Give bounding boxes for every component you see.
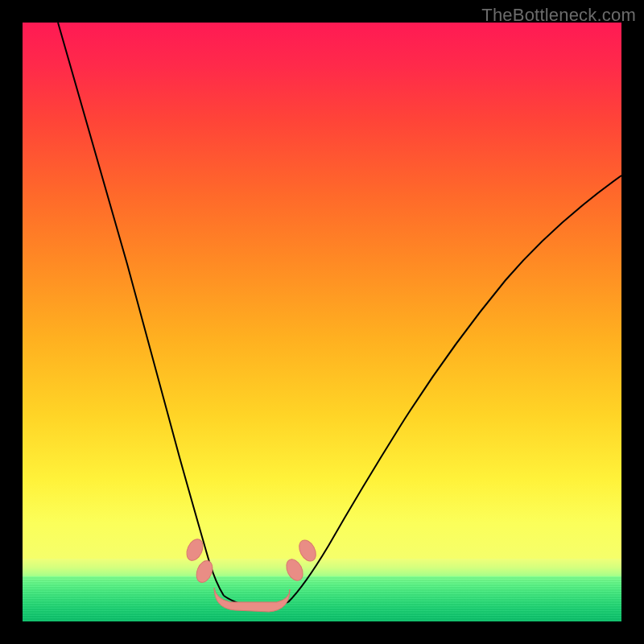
curve-right <box>288 175 621 602</box>
curve-layer <box>23 23 621 621</box>
curve-left <box>58 23 224 596</box>
nub-right-lower <box>283 556 306 583</box>
nub-right-upper <box>295 537 319 564</box>
plot-area <box>23 23 621 621</box>
chart-frame: TheBottleneck.com <box>0 0 644 644</box>
nub-left-lower <box>193 559 215 585</box>
valley-marker <box>214 588 290 612</box>
